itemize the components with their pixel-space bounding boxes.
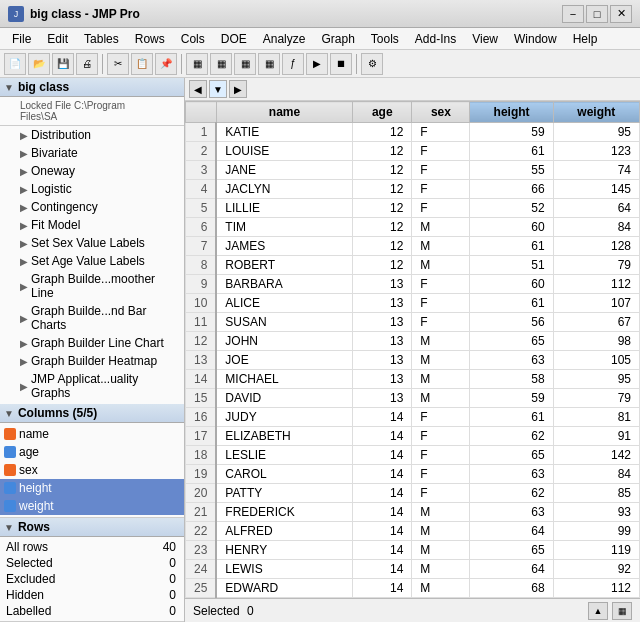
tree-item[interactable]: ▶Graph Builde...nd Bar Charts bbox=[0, 302, 184, 334]
table-row[interactable]: 3JANE12F5574 bbox=[186, 161, 640, 180]
col-header-sex[interactable]: sex bbox=[412, 102, 470, 123]
extra-btn[interactable]: ⚙ bbox=[361, 53, 383, 75]
new-button[interactable]: 📄 bbox=[4, 53, 26, 75]
col-header-weight[interactable]: weight bbox=[553, 102, 639, 123]
copy-button[interactable]: 📋 bbox=[131, 53, 153, 75]
tree-item[interactable]: ▶Set Age Value Labels bbox=[0, 252, 184, 270]
paste-button[interactable]: 📌 bbox=[155, 53, 177, 75]
table-row[interactable]: 11SUSAN13F5667 bbox=[186, 313, 640, 332]
column-item-name[interactable]: name bbox=[0, 425, 184, 443]
cut-button[interactable]: ✂ bbox=[107, 53, 129, 75]
table-row[interactable]: 9BARBARA13F60112 bbox=[186, 275, 640, 294]
table-row[interactable]: 6TIM12M6084 bbox=[186, 218, 640, 237]
tree-item[interactable]: ▶Oneway bbox=[0, 162, 184, 180]
column-item-height[interactable]: height bbox=[0, 479, 184, 497]
column-item-sex[interactable]: sex bbox=[0, 461, 184, 479]
tree-item[interactable]: ▶Graph Builde...moother Line bbox=[0, 270, 184, 302]
table-row[interactable]: 14MICHAEL13M5895 bbox=[186, 370, 640, 389]
menu-item-doe[interactable]: DOE bbox=[213, 30, 255, 48]
table-row[interactable]: 17ELIZABETH14F6291 bbox=[186, 427, 640, 446]
data-cell: FREDERICK bbox=[216, 503, 352, 522]
menu-item-analyze[interactable]: Analyze bbox=[255, 30, 314, 48]
col-header-rownum[interactable] bbox=[186, 102, 217, 123]
column-item-weight[interactable]: weight bbox=[0, 497, 184, 515]
table-row[interactable]: 2LOUISE12F61123 bbox=[186, 142, 640, 161]
menu-item-add-ins[interactable]: Add-Ins bbox=[407, 30, 464, 48]
table-row[interactable]: 4JACLYN12F66145 bbox=[186, 180, 640, 199]
data-cell: M bbox=[412, 332, 470, 351]
nav-right-button[interactable]: ▶ bbox=[229, 80, 247, 98]
nav-dropdown-button[interactable]: ▼ bbox=[209, 80, 227, 98]
col-name: sex bbox=[19, 463, 38, 477]
table-row[interactable]: 22ALFRED14M6499 bbox=[186, 522, 640, 541]
menu-item-file[interactable]: File bbox=[4, 30, 39, 48]
table-row[interactable]: 21FREDERICK14M6393 bbox=[186, 503, 640, 522]
table-btn-2[interactable]: ▦ bbox=[210, 53, 232, 75]
tree-item[interactable]: ▶Contingency bbox=[0, 198, 184, 216]
rows-header[interactable]: ▼ Rows bbox=[0, 518, 184, 537]
tree-item[interactable]: ▶Graph Builder Heatmap bbox=[0, 352, 184, 370]
table-row[interactable]: 13JOE13M63105 bbox=[186, 351, 640, 370]
table-btn-1[interactable]: ▦ bbox=[186, 53, 208, 75]
col-header-name[interactable]: name bbox=[216, 102, 352, 123]
data-cell: 119 bbox=[553, 541, 639, 560]
maximize-button[interactable]: □ bbox=[586, 5, 608, 23]
table-row[interactable]: 8ROBERT12M5179 bbox=[186, 256, 640, 275]
menu-item-graph[interactable]: Graph bbox=[313, 30, 362, 48]
menu-item-rows[interactable]: Rows bbox=[127, 30, 173, 48]
column-item-age[interactable]: age bbox=[0, 443, 184, 461]
table-row[interactable]: 7JAMES12M61128 bbox=[186, 237, 640, 256]
menu-item-view[interactable]: View bbox=[464, 30, 506, 48]
table-row[interactable]: 16JUDY14F6181 bbox=[186, 408, 640, 427]
tree-item[interactable]: ▶Logistic bbox=[0, 180, 184, 198]
table-row[interactable]: 23HENRY14M65119 bbox=[186, 541, 640, 560]
status-btn-grid[interactable]: ▦ bbox=[612, 602, 632, 620]
stop-button[interactable]: ⏹ bbox=[330, 53, 352, 75]
open-button[interactable]: 📂 bbox=[28, 53, 50, 75]
table-row[interactable]: 12JOHN13M6598 bbox=[186, 332, 640, 351]
data-cell: 95 bbox=[553, 370, 639, 389]
tree-item[interactable]: ▶Graph Builder Line Chart bbox=[0, 334, 184, 352]
nav-left-button[interactable]: ◀ bbox=[189, 80, 207, 98]
menu-item-edit[interactable]: Edit bbox=[39, 30, 76, 48]
dataset-header[interactable]: ▼ big class bbox=[0, 78, 184, 97]
table-row[interactable]: 18LESLIE14F65142 bbox=[186, 446, 640, 465]
status-btn-up[interactable]: ▲ bbox=[588, 602, 608, 620]
tree-item[interactable]: ▶Distribution bbox=[0, 126, 184, 144]
tree-item[interactable]: ▶Fit Model bbox=[0, 216, 184, 234]
close-button[interactable]: ✕ bbox=[610, 5, 632, 23]
menu-item-tables[interactable]: Tables bbox=[76, 30, 127, 48]
table-btn-3[interactable]: ▦ bbox=[234, 53, 256, 75]
locked-file-info: Locked File C:\Program Files\SA bbox=[0, 99, 184, 123]
menu-item-cols[interactable]: Cols bbox=[173, 30, 213, 48]
table-row[interactable]: 19CAROL14F6384 bbox=[186, 465, 640, 484]
table-row[interactable]: 24LEWIS14M6492 bbox=[186, 560, 640, 579]
print-button[interactable]: 🖨 bbox=[76, 53, 98, 75]
columns-title: Columns (5/5) bbox=[18, 406, 97, 420]
table-row[interactable]: 25EDWARD14M68112 bbox=[186, 579, 640, 598]
col-header-height[interactable]: height bbox=[470, 102, 553, 123]
tree-item[interactable]: ▶Set Sex Value Labels bbox=[0, 234, 184, 252]
run-button[interactable]: ▶ bbox=[306, 53, 328, 75]
data-cell: M bbox=[412, 503, 470, 522]
table-row[interactable]: 10ALICE13F61107 bbox=[186, 294, 640, 313]
save-button[interactable]: 💾 bbox=[52, 53, 74, 75]
menu-item-window[interactable]: Window bbox=[506, 30, 565, 48]
tree-item[interactable]: ▶Bivariate bbox=[0, 144, 184, 162]
menu-item-tools[interactable]: Tools bbox=[363, 30, 407, 48]
col-header-age[interactable]: age bbox=[353, 102, 412, 123]
table-row[interactable]: 20PATTY14F6285 bbox=[186, 484, 640, 503]
table-row[interactable]: 1KATIE12F5995 bbox=[186, 123, 640, 142]
table-row[interactable]: 5LILLIE12F5264 bbox=[186, 199, 640, 218]
main-area: ▼ big class Locked File C:\Program Files… bbox=[0, 78, 640, 622]
menu-item-help[interactable]: Help bbox=[565, 30, 606, 48]
minimize-button[interactable]: − bbox=[562, 5, 584, 23]
right-panel[interactable]: ◀ ▼ ▶ nameagesexheightweight 1KATIE12F59… bbox=[185, 78, 640, 622]
tree-item[interactable]: ▶JMP Applicat...uality Graphs bbox=[0, 370, 184, 402]
table-btn-5[interactable]: ƒ bbox=[282, 53, 304, 75]
columns-header[interactable]: ▼ Columns (5/5) bbox=[0, 404, 184, 423]
table-row[interactable]: 15DAVID13M5979 bbox=[186, 389, 640, 408]
table-btn-4[interactable]: ▦ bbox=[258, 53, 280, 75]
data-cell: F bbox=[412, 465, 470, 484]
row-number: 8 bbox=[186, 256, 217, 275]
